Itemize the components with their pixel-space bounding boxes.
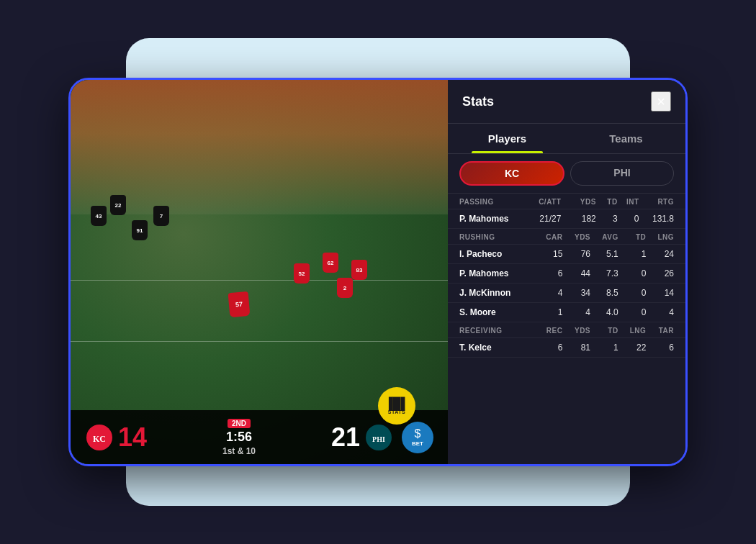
kc-logo-icon: KC — [85, 423, 114, 452]
jersey-body: 52 — [294, 263, 310, 284]
stats-panel-header: Stats × — [448, 80, 685, 124]
bet-button[interactable]: $ BET — [402, 422, 433, 453]
stat-value: 15 — [536, 249, 563, 259]
tab-players[interactable]: Players — [448, 124, 567, 153]
stat-value: 6 — [536, 343, 563, 353]
phi-logo-icon: PHI — [364, 423, 393, 452]
player-figure: 62 — [323, 253, 338, 273]
stat-value: 7.3 — [592, 268, 618, 278]
stat-value: 0 — [620, 307, 647, 317]
passing-col-1: YDS — [562, 198, 595, 206]
player-figure: 22 — [110, 195, 126, 215]
main-device: 43 22 91 7 52 62 83 — [68, 78, 688, 466]
player-figure: 57 — [228, 291, 251, 317]
stat-value: 76 — [564, 249, 590, 259]
player-figure: 7 — [153, 206, 169, 226]
kc-score: 14 — [118, 425, 147, 450]
receiving-col-1: YDS — [564, 327, 590, 335]
player-name: J. McKinnon — [459, 288, 535, 298]
rushing-col-2: AVG — [592, 233, 618, 241]
stat-value: 0 — [619, 214, 639, 224]
tab-teams[interactable]: Teams — [567, 124, 685, 153]
stat-value: 0 — [620, 268, 647, 278]
scoreboard-right: 21 PHI — [331, 423, 393, 452]
stat-value: 44 — [564, 268, 590, 278]
stat-value: 21/27 — [528, 214, 561, 224]
stat-value: 1 — [536, 307, 563, 317]
game-info: 2ND 1:56 1st & 10 — [147, 419, 331, 456]
stat-value: 182 — [562, 214, 595, 224]
player-name: T. Kelce — [459, 343, 535, 353]
stat-value: 26 — [647, 268, 674, 278]
player-figure: 83 — [351, 260, 367, 280]
stats-panel-title: Stats — [462, 94, 494, 109]
stat-value: 0 — [620, 288, 647, 298]
rushing-col-3: TD — [620, 233, 647, 241]
stat-value: 4 — [647, 307, 674, 317]
passing-col-3: INT — [619, 198, 639, 206]
jersey-body: 22 — [110, 195, 126, 215]
table-row: S. Moore 1 4 4.0 0 4 — [448, 303, 685, 322]
passing-col-0: C/ATT — [528, 198, 561, 206]
stats-panel: Stats × Players Teams KC PHI — [448, 80, 685, 464]
phi-team-button[interactable]: PHI — [570, 161, 674, 186]
tab-teams-label: Teams — [609, 132, 642, 145]
stat-value: 5.1 — [592, 249, 618, 259]
scoreboard-left: KC 14 — [85, 423, 147, 452]
svg-text:KC: KC — [93, 434, 106, 444]
jersey-body: 7 — [153, 206, 169, 226]
stat-value: 6 — [536, 268, 563, 278]
stat-value: 3 — [598, 214, 618, 224]
stat-value: 1 — [620, 249, 647, 259]
receiving-col-3: LNG — [620, 327, 647, 335]
passing-col-2: TD — [598, 198, 618, 206]
passing-section-header: PASSING C/ATT YDS TD INT RTG — [448, 194, 685, 209]
rushing-label: RUSHING — [459, 233, 535, 241]
close-button[interactable]: × — [651, 91, 671, 112]
player-figure: 52 — [294, 263, 310, 284]
rushing-col-4: LNG — [647, 233, 674, 241]
jersey-body: 62 — [323, 253, 338, 273]
stat-value: 131.8 — [641, 214, 674, 224]
stat-value: 6 — [647, 343, 674, 353]
stat-value: 8.5 — [592, 288, 618, 298]
stats-button-label: STATS — [388, 409, 405, 414]
jersey-body: 43 — [91, 206, 107, 226]
down-distance: 1st & 10 — [222, 446, 256, 456]
team-selector: KC PHI — [448, 154, 685, 194]
kc-team-label: KC — [505, 168, 519, 179]
stats-content: PASSING C/ATT YDS TD INT RTG P. Mahomes … — [448, 194, 685, 464]
jersey-body: 57 — [228, 291, 251, 317]
receiving-col-4: TAR — [647, 327, 674, 335]
player-name: S. Moore — [459, 307, 535, 317]
stat-value: 4 — [536, 288, 563, 298]
stat-value: 22 — [620, 343, 647, 353]
player-name: I. Pacheco — [459, 249, 535, 259]
phi-team-label: PHI — [613, 167, 630, 178]
table-row: P. Mahomes 6 44 7.3 0 26 — [448, 264, 685, 284]
table-row: I. Pacheco 15 76 5.1 1 24 — [448, 245, 685, 264]
bet-button-label: BET — [412, 440, 423, 447]
table-row: J. McKinnon 4 34 8.5 0 14 — [448, 284, 685, 303]
receiving-label: RECEIVING — [459, 327, 535, 335]
rushing-section-header: RUSHING CAR YDS AVG TD LNG — [448, 229, 685, 245]
kc-team-button[interactable]: KC — [459, 161, 564, 186]
table-row: P. Mahomes 21/27 182 3 0 131.8 — [448, 209, 685, 229]
stats-bar-icon: ▐█▌ — [384, 398, 409, 409]
player-name: P. Mahomes — [459, 214, 526, 224]
stat-value: 24 — [647, 249, 674, 259]
tab-switcher: Players Teams — [448, 124, 685, 154]
receiving-col-0: REC — [536, 327, 563, 335]
player-figure: 43 — [91, 206, 107, 226]
table-row: T. Kelce 6 81 1 22 6 — [448, 338, 685, 358]
receiving-section-header: RECEIVING REC YDS TD LNG TAR — [448, 322, 685, 338]
svg-text:PHI: PHI — [372, 435, 385, 443]
stat-value: 1 — [592, 343, 618, 353]
player-figure: 2 — [337, 278, 353, 298]
rushing-col-0: CAR — [536, 233, 563, 241]
stats-button[interactable]: ▐█▌ STATS — [378, 387, 415, 425]
stat-value: 4.0 — [592, 307, 618, 317]
receiving-col-2: TD — [592, 327, 618, 335]
tab-players-label: Players — [488, 132, 526, 145]
jersey-body: 83 — [351, 260, 367, 280]
